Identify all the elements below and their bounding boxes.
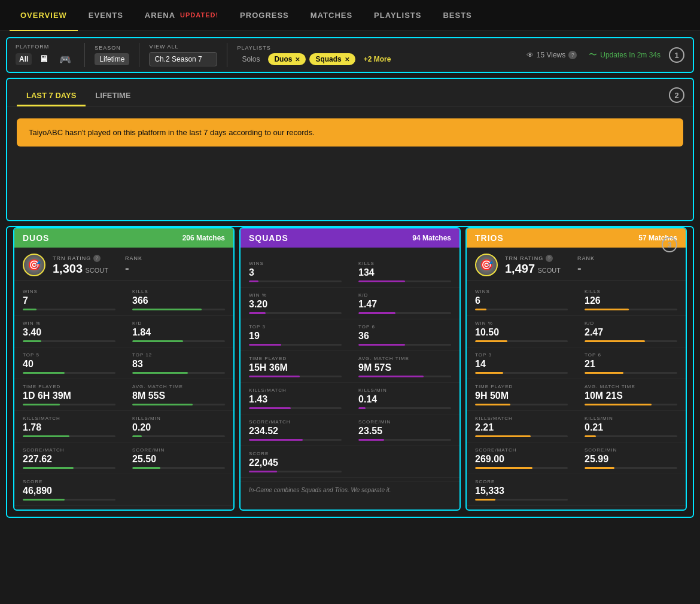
- lifetime-tab[interactable]: Lifetime: [95, 53, 129, 65]
- stat-item: SCORE/MIN 25.99: [576, 443, 686, 474]
- stat-progress-bar: [132, 309, 225, 310]
- nav-overview[interactable]: OVERVIEW: [10, 0, 78, 31]
- duos-rating-help[interactable]: ?: [93, 255, 101, 262]
- stat-label: AVG. MATCH TIME: [132, 384, 225, 389]
- stat-label: SCORE: [23, 479, 115, 484]
- stats-cards: DUOS 206 Matches 🎯 TRN RATING ? 1,303 SC…: [7, 227, 693, 517]
- stat-progress-bar: [475, 340, 568, 342]
- stat-progress-fill: [249, 344, 281, 346]
- stat-label: TOP 6: [358, 324, 451, 330]
- stat-label: TOP 6: [585, 352, 677, 358]
- tab-lifetime[interactable]: LIFETIME: [86, 86, 140, 106]
- duos-chip[interactable]: Duos ✕: [268, 53, 306, 65]
- stat-item: WIN % 10.50: [467, 316, 576, 347]
- stat-progress-fill: [23, 499, 65, 501]
- stat-value: 0.21: [585, 422, 677, 433]
- season-section: SEASON Lifetime: [95, 45, 129, 65]
- platform-all-btn[interactable]: All: [16, 53, 32, 65]
- trios-rating-icon: 🎯: [475, 254, 498, 276]
- stat-progress-fill: [358, 407, 366, 409]
- season-select[interactable]: Ch.2 Season 7: [149, 52, 217, 66]
- stat-item: SCORE 22,045: [241, 446, 350, 478]
- stat-progress-fill: [358, 344, 405, 346]
- trios-rank-value: -: [577, 261, 595, 275]
- trios-rating-tier: SCOUT: [538, 267, 561, 274]
- platform-label: PLATFORM: [16, 44, 75, 50]
- stat-item: KILLS/MIN 0.20: [124, 411, 233, 443]
- stat-progress-fill: [249, 439, 303, 441]
- divider-2: [139, 43, 139, 67]
- nav-bests[interactable]: BESTS: [432, 0, 482, 31]
- stat-value: 23.55: [358, 426, 451, 437]
- arena-updated-badge: UPDATED!: [180, 11, 218, 19]
- stat-progress-fill: [475, 499, 495, 501]
- stat-progress-bar: [475, 372, 568, 374]
- divider-1: [84, 43, 85, 67]
- stats-timeframe-section: LAST 7 DAYS LIFETIME 2 TaiyoABC hasn't p…: [6, 78, 694, 221]
- pulse-icon: 〜: [589, 50, 597, 60]
- stat-label: K/D: [132, 321, 225, 326]
- stat-progress-bar: [23, 340, 115, 342]
- stat-item: WIN % 3.40: [14, 316, 124, 347]
- stat-value: 0.20: [132, 422, 225, 433]
- stat-item: [350, 446, 459, 478]
- stat-label: SCORE: [475, 479, 568, 484]
- stat-item: [576, 474, 686, 506]
- nav-progress[interactable]: PROGRESS: [229, 0, 300, 31]
- stat-item: K/D 2.47: [576, 316, 686, 347]
- duos-rank-label: RANK: [125, 255, 142, 261]
- duos-rating-info: TRN RATING ? 1,303 SCOUT: [53, 255, 108, 276]
- stat-progress-bar: [132, 372, 225, 374]
- viewall-label: VIEW ALL: [149, 44, 217, 50]
- stat-progress-fill: [249, 280, 258, 282]
- stat-value: 25.99: [585, 454, 677, 465]
- stat-progress-fill: [132, 404, 193, 405]
- stat-progress-fill: [585, 340, 645, 342]
- more-chip[interactable]: +2 More: [359, 53, 396, 65]
- stat-progress-fill: [475, 467, 532, 469]
- squads-remove[interactable]: ✕: [345, 56, 349, 63]
- stat-item: WINS 7: [14, 284, 124, 316]
- stat-item: AVG. MATCH TIME 9M 57S: [350, 351, 459, 383]
- stat-label: TIME PLAYED: [475, 384, 568, 389]
- platform-console-btn[interactable]: 🖥: [35, 52, 52, 66]
- stat-progress-bar: [23, 404, 115, 405]
- stat-item: TIME PLAYED 1D 6H 39M: [14, 379, 124, 411]
- stat-progress-fill: [585, 309, 629, 310]
- duos-title: DUOS: [23, 233, 49, 243]
- stat-label: SCORE/MATCH: [23, 447, 115, 453]
- stat-progress-bar: [585, 372, 677, 374]
- stat-label: TOP 3: [249, 324, 342, 330]
- stat-item: TOP 3 19: [241, 319, 350, 351]
- stat-progress-bar: [585, 309, 677, 310]
- duos-remove[interactable]: ✕: [295, 56, 300, 63]
- stat-item: TIME PLAYED 9H 50M: [467, 379, 576, 411]
- stat-label: AVG. MATCH TIME: [585, 384, 677, 389]
- stat-label: TOP 3: [475, 352, 568, 358]
- stat-label: KILLS/MATCH: [475, 416, 568, 421]
- trios-rank-label: RANK: [577, 255, 595, 261]
- nav-events[interactable]: EVENTS: [78, 0, 134, 31]
- platform-controller-btn[interactable]: 🎮: [56, 52, 75, 67]
- stat-progress-bar: [132, 467, 225, 469]
- timeframe-tabs: LAST 7 DAYS LIFETIME: [7, 79, 693, 106]
- squads-chip[interactable]: Squads ✕: [309, 53, 355, 65]
- duos-rating-icon: 🎯: [23, 254, 45, 276]
- views-help-icon[interactable]: ?: [568, 51, 577, 59]
- trios-rating-help[interactable]: ?: [546, 255, 553, 262]
- stat-item: TOP 5 40: [14, 347, 124, 379]
- stat-label: K/D: [585, 321, 677, 326]
- stat-label: TIME PLAYED: [23, 384, 115, 389]
- stat-progress-bar: [249, 312, 342, 314]
- nav-playlists[interactable]: PLAYLISTS: [363, 0, 432, 31]
- stat-progress-fill: [585, 435, 596, 437]
- nav-matches[interactable]: MATCHES: [300, 0, 363, 31]
- stat-label: SCORE/MIN: [132, 447, 225, 453]
- stat-item: [124, 474, 233, 506]
- solos-tag[interactable]: Solos: [237, 53, 264, 65]
- stat-item: KILLS 126: [576, 284, 686, 316]
- stat-label: K/D: [358, 292, 451, 298]
- nav-arena[interactable]: ARENA UPDATED!: [134, 0, 229, 31]
- stat-progress-fill: [132, 372, 188, 374]
- tab-last7days[interactable]: LAST 7 DAYS: [17, 86, 86, 106]
